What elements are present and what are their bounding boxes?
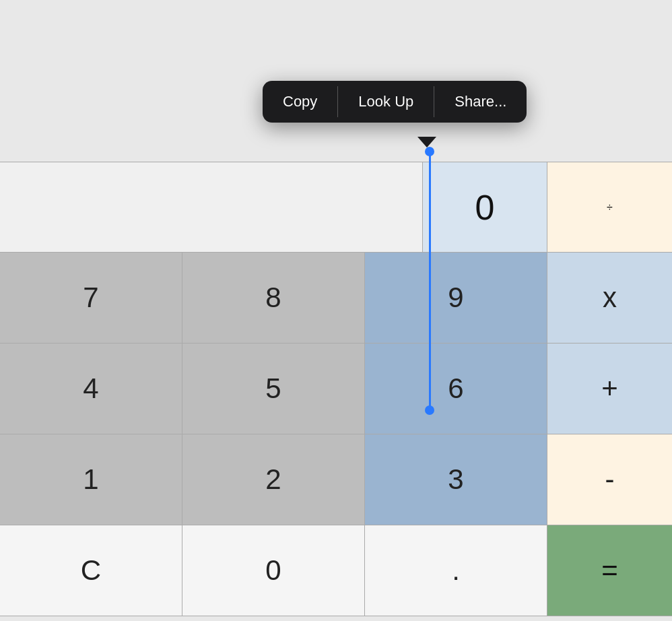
button-subtract[interactable]: - — [547, 434, 672, 525]
divide-operator: ÷ — [607, 201, 613, 214]
button-6[interactable]: 6 — [365, 344, 547, 434]
selection-handle-top[interactable] — [425, 147, 434, 156]
selection-handle-bottom[interactable] — [425, 405, 434, 415]
display-empty — [0, 162, 423, 252]
context-menu-lookup[interactable]: Look Up — [338, 81, 434, 123]
display-divider-cell[interactable]: ÷ — [547, 162, 672, 252]
button-1[interactable]: 1 — [0, 434, 182, 525]
row-456: 4 5 6 + — [0, 344, 672, 434]
row-789: 7 8 9 x — [0, 253, 672, 344]
display-row: 0 ÷ — [0, 162, 672, 253]
button-multiply[interactable]: x — [547, 253, 672, 343]
button-equals[interactable]: = — [547, 525, 672, 616]
context-menu-arrow — [417, 137, 436, 148]
selection-line — [429, 148, 431, 411]
button-dot[interactable]: . — [365, 525, 547, 616]
calculator: 0 ÷ 7 8 9 x 4 5 6 + 1 2 3 - C 0 . = — [0, 162, 672, 621]
button-8[interactable]: 8 — [182, 253, 365, 343]
context-menu: Copy Look Up Share... — [263, 81, 527, 123]
context-menu-copy[interactable]: Copy — [263, 81, 337, 123]
context-menu-share[interactable]: Share... — [434, 81, 527, 123]
display-value: 0 — [475, 187, 495, 228]
row-bottom: C 0 . = — [0, 525, 672, 616]
display-zero-cell: 0 — [423, 162, 547, 252]
button-4[interactable]: 4 — [0, 344, 182, 434]
button-2[interactable]: 2 — [182, 434, 365, 525]
button-clear[interactable]: C — [0, 525, 182, 616]
row-123: 1 2 3 - — [0, 434, 672, 525]
button-7[interactable]: 7 — [0, 253, 182, 343]
button-add[interactable]: + — [547, 344, 672, 434]
button-0[interactable]: 0 — [182, 525, 365, 616]
button-5[interactable]: 5 — [182, 344, 365, 434]
button-3[interactable]: 3 — [365, 434, 547, 525]
button-9[interactable]: 9 — [365, 253, 547, 343]
